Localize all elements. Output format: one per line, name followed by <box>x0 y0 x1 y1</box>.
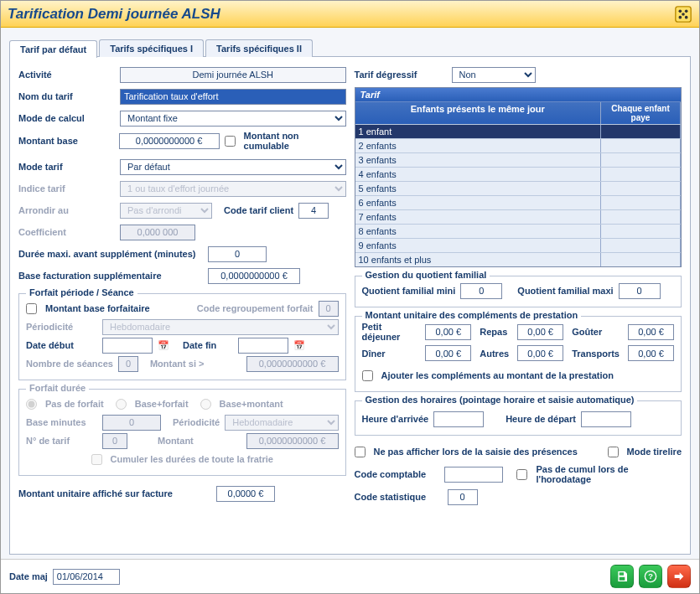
qf-legend: Gestion du quotient familial <box>362 270 490 280</box>
mode-tirelire-checkbox[interactable] <box>608 447 619 457</box>
heure-arrivee-input[interactable] <box>433 411 484 427</box>
mode-calcul-select[interactable]: Montant fixe <box>120 111 346 127</box>
non-cumulable-checkbox[interactable] <box>225 136 236 147</box>
tab-spec1[interactable]: Tarifs spécifiques I <box>99 39 204 57</box>
save-button[interactable] <box>610 565 634 588</box>
gouter-input[interactable] <box>628 324 674 340</box>
qf-mini-input[interactable] <box>460 283 502 299</box>
table-row[interactable]: 1 enfant <box>355 124 682 138</box>
heure-depart-input[interactable] <box>581 411 631 427</box>
ajouter-comp-checkbox[interactable] <box>362 370 373 381</box>
horaires-legend: Gestion des horaires (pointage horaire e… <box>362 395 638 405</box>
date-debut-input[interactable] <box>102 338 153 354</box>
no-tarif-label: N° de tarif <box>26 436 97 446</box>
diner-input[interactable] <box>425 345 471 361</box>
help-button[interactable]: ? <box>639 565 662 588</box>
date-fin-input[interactable] <box>238 338 288 354</box>
activite-field <box>120 67 346 83</box>
petit-dej-input[interactable] <box>425 324 471 340</box>
svg-point-4 <box>685 15 688 18</box>
base-supp-input[interactable] <box>208 268 300 284</box>
table-row[interactable]: 2 enfants <box>355 138 682 152</box>
mode-tarif-label: Mode tarif <box>18 162 115 172</box>
degressif-label: Tarif dégressif <box>355 70 447 80</box>
arrondi-label: Arrondir au <box>18 205 115 215</box>
mode-tarif-select[interactable]: Par défaut <box>120 159 346 175</box>
tab-default[interactable]: Tarif par défaut <box>9 40 97 58</box>
base-forfait-checkbox[interactable] <box>26 303 37 314</box>
cumuler-checkbox <box>91 454 102 465</box>
qf-maxi-input[interactable] <box>619 283 661 299</box>
ne-pas-afficher-checkbox[interactable] <box>355 447 366 457</box>
svg-text:?: ? <box>648 572 653 581</box>
unitaire-input[interactable] <box>216 486 275 502</box>
pas-cumul-checkbox[interactable] <box>516 469 527 480</box>
close-button[interactable] <box>667 565 691 588</box>
base-forfait-label: Montant base forfaitaire <box>45 303 150 313</box>
mode-tirelire-label: Mode tirelire <box>627 447 682 457</box>
autres-label: Autres <box>480 349 509 359</box>
date-maj-input[interactable] <box>53 569 120 585</box>
svg-point-1 <box>679 9 682 13</box>
tab-spec2[interactable]: Tarifs spécifiques II <box>205 39 313 57</box>
mode-calcul-label: Mode de calcul <box>18 113 115 123</box>
code-tarif-input[interactable] <box>298 203 329 219</box>
repas-input[interactable] <box>517 324 563 340</box>
montant-base-input[interactable] <box>119 133 220 149</box>
base-min-input <box>102 415 161 431</box>
svg-point-5 <box>682 13 685 16</box>
table-row[interactable]: 9 enfants <box>355 238 682 252</box>
fd-period-select: Hebdomadaire <box>225 415 338 431</box>
table-row[interactable]: 4 enfants <box>355 167 682 181</box>
table-row[interactable]: 7 enfants <box>355 209 682 224</box>
fd-period-label: Périodicité <box>173 417 220 427</box>
code-comptable-input[interactable] <box>444 467 503 483</box>
petit-dej-label: Petit déjeuner <box>362 322 417 342</box>
tarif-table: Tarif Enfants présents le même jour Chaq… <box>355 87 682 267</box>
fp-period-label: Périodicité <box>26 322 97 332</box>
transports-input[interactable] <box>628 345 674 361</box>
fd-montant-label: Montant <box>158 436 194 446</box>
coeff-label: Coefficient <box>18 227 115 237</box>
montant-si-input <box>246 356 339 372</box>
base-min-label: Base minutes <box>26 417 97 427</box>
code-stat-label: Code statistique <box>355 492 443 502</box>
nom-tarif-input[interactable] <box>120 89 346 105</box>
transports-label: Transports <box>572 349 620 359</box>
table-row[interactable]: 5 enfants <box>355 181 682 195</box>
autres-input[interactable] <box>517 345 563 361</box>
code-tarif-label: Code tarif client <box>224 205 293 215</box>
nb-seances-label: Nombre de séances <box>26 359 113 369</box>
date-fin-label: Date fin <box>183 340 233 350</box>
table-row[interactable]: 3 enfants <box>355 152 682 167</box>
calendar-icon[interactable]: 📅 <box>158 340 169 351</box>
indice-label: Indice tarif <box>18 183 115 194</box>
montant-si-label: Montant si > <box>150 359 204 369</box>
activite-label: Activité <box>18 70 115 80</box>
indice-select: 1 ou taux d'effort journée <box>120 181 346 197</box>
coeff-input <box>120 225 195 240</box>
non-cumulable-label: Montant non cumulable <box>244 131 346 151</box>
forfait-periode-legend: Forfait période / Séance <box>26 287 137 297</box>
table-row[interactable]: 8 enfants <box>355 224 682 238</box>
nom-tarif-label: Nom du tarif <box>18 91 115 101</box>
fd-r1 <box>26 399 37 410</box>
base-supp-label: Base facturation supplémentaire <box>18 271 203 281</box>
heure-depart-label: Heure de départ <box>506 414 576 424</box>
calendar-icon[interactable]: 📅 <box>293 340 305 351</box>
regroup-input <box>319 301 339 317</box>
table-col2: Chaque enfant paye <box>601 102 681 124</box>
date-debut-label: Date début <box>26 340 97 350</box>
table-row[interactable]: 10 enfants et plus <box>355 252 682 266</box>
degressif-select[interactable]: Non <box>452 67 536 83</box>
dice-icon[interactable] <box>674 5 692 23</box>
duree-max-input[interactable] <box>208 246 267 262</box>
nb-seances-input <box>118 356 138 372</box>
heure-arrivee-label: Heure d'arrivée <box>362 414 429 424</box>
gouter-label: Goûter <box>572 327 620 337</box>
svg-point-2 <box>685 9 688 13</box>
svg-point-3 <box>679 15 682 18</box>
table-row[interactable]: 6 enfants <box>355 195 682 209</box>
ajouter-comp-label: Ajouter les compléments au montant de la… <box>381 370 614 380</box>
code-stat-input[interactable] <box>448 489 478 505</box>
